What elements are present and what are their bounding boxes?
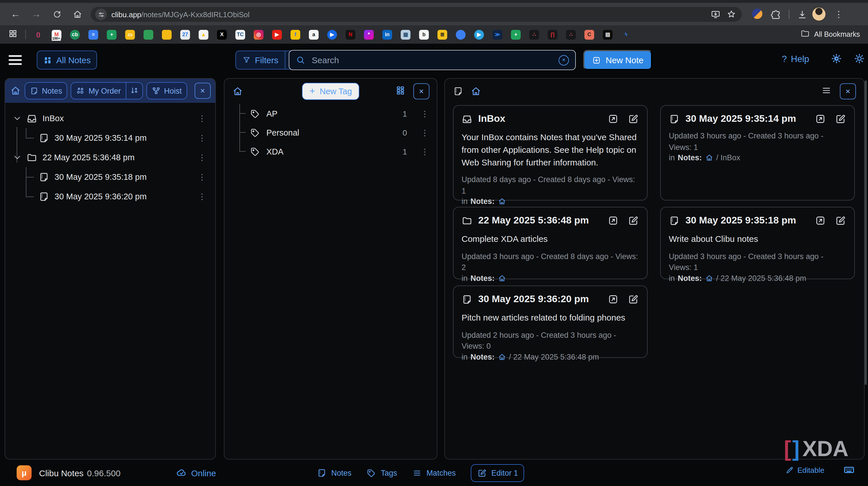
- home-icon[interactable]: [497, 353, 506, 361]
- profile-avatar[interactable]: [812, 7, 826, 21]
- kebab-menu-icon[interactable]: ⋮: [198, 133, 206, 142]
- bookmark-google-sheets-icon[interactable]: +: [107, 30, 117, 39]
- browser-menu-icon[interactable]: ⋮: [832, 8, 845, 21]
- address-bar[interactable]: clibu.app/notes/MJGyA-Kxx8dIRL1ObiSol: [91, 7, 742, 22]
- home-icon[interactable]: [497, 197, 506, 206]
- tree-item-folder[interactable]: 22 May 2025 5:36:48 pm ⋮: [5, 148, 212, 167]
- bookmark-google-keep-icon[interactable]: [162, 30, 172, 39]
- bookmark-lightning-icon[interactable]: ϟ: [621, 30, 631, 39]
- settings-gear-icon[interactable]: [853, 52, 866, 65]
- bookmark-coral-c-icon[interactable]: C: [584, 30, 594, 39]
- bookmark-sketch-app-icon[interactable]: ▨: [603, 30, 613, 39]
- tag-row-xda[interactable]: XDA 1 ⋮: [224, 142, 437, 161]
- bookmark-google-play-icon[interactable]: ▶: [327, 30, 337, 39]
- tags-grid-view-icon[interactable]: [395, 85, 406, 98]
- bookmark-google-docs-icon[interactable]: ≡: [88, 30, 98, 39]
- bookmark-google-calendar-icon[interactable]: 27: [180, 30, 190, 39]
- open-note-icon[interactable]: [608, 293, 619, 305]
- bottom-nav-matches[interactable]: Matches: [412, 468, 456, 478]
- bookmark-google-slides-icon[interactable]: ▭: [125, 30, 135, 39]
- bookmark-sheets-cross-icon[interactable]: +: [511, 30, 521, 39]
- home-icon[interactable]: [10, 85, 21, 96]
- notes-view-button[interactable]: Notes: [25, 82, 67, 99]
- tag-row-personal[interactable]: Personal 0 ⋮: [224, 123, 437, 142]
- home-icon[interactable]: [232, 86, 243, 97]
- my-order-button[interactable]: My Order: [71, 82, 143, 99]
- bookmark-google-drive-icon[interactable]: ▲: [198, 30, 208, 39]
- bookmark-instagram-icon[interactable]: ◎: [254, 30, 264, 39]
- search-input[interactable]: [311, 55, 553, 65]
- browser-home-icon[interactable]: [71, 8, 84, 21]
- bookmark-telegram-icon[interactable]: ▶: [474, 30, 484, 39]
- open-note-icon[interactable]: [815, 215, 826, 226]
- bookmark-google-messages-icon[interactable]: [456, 30, 466, 39]
- hoist-button[interactable]: Hoist: [146, 82, 187, 99]
- bookmark-flipkart-icon[interactable]: f: [290, 30, 300, 39]
- tree-item-note[interactable]: 30 May 2025 9:35:14 pm ⋮: [5, 128, 212, 148]
- close-tags-panel-icon[interactable]: ✕: [413, 83, 429, 99]
- open-note-icon[interactable]: [815, 113, 826, 125]
- online-status[interactable]: Online: [176, 467, 216, 479]
- close-tree-panel-icon[interactable]: ✕: [195, 83, 211, 99]
- theme-settings-icon[interactable]: [830, 52, 843, 65]
- list-view-icon[interactable]: [821, 85, 832, 98]
- bookmark-amazon-icon[interactable]: a: [309, 30, 319, 39]
- kebab-menu-icon[interactable]: ⋮: [198, 153, 206, 162]
- kebab-menu-icon[interactable]: ⋮: [421, 128, 429, 137]
- all-bookmarks-button[interactable]: All Bookmarks: [800, 29, 860, 40]
- edit-note-icon[interactable]: [627, 113, 639, 125]
- home-icon[interactable]: [497, 274, 506, 283]
- site-settings-icon[interactable]: [95, 9, 107, 20]
- bookmark-star-icon[interactable]: [725, 9, 737, 20]
- bookmark-techcrunch-icon[interactable]: TC: [236, 30, 245, 39]
- sort-order-icon[interactable]: [126, 83, 142, 99]
- tree-item-note[interactable]: 30 May 2025 9:35:18 pm ⋮: [5, 167, 212, 187]
- bookmark-torii-gate-icon[interactable]: ∏: [548, 30, 557, 39]
- extensions-puzzle-icon[interactable]: [769, 8, 782, 21]
- chevron-down-icon[interactable]: [12, 113, 22, 123]
- kebab-menu-icon[interactable]: ⋮: [198, 172, 206, 181]
- refresh-icon[interactable]: [51, 8, 63, 21]
- bookmark-google-chat-icon[interactable]: [144, 30, 153, 39]
- bookmark-red-dots-icon[interactable]: ∴: [529, 30, 539, 39]
- menu-hamburger-icon[interactable]: [9, 55, 22, 67]
- back-icon[interactable]: ←: [9, 8, 22, 21]
- bookmark-gmail-icon[interactable]: M100+: [52, 30, 61, 39]
- new-tag-button[interactable]: + New Tag: [302, 83, 360, 100]
- note-card[interactable]: 30 May 2025 9:35:14 pm Updated 3 hours a…: [660, 105, 855, 200]
- tag-row-ap[interactable]: AP 1 ⋮: [224, 104, 437, 123]
- window-scrollbar[interactable]: [865, 80, 867, 385]
- bottom-nav-editor[interactable]: Editor 1: [471, 464, 524, 482]
- edit-note-icon[interactable]: [835, 113, 846, 125]
- bookmark-crunchbase-icon[interactable]: cb: [70, 30, 80, 39]
- bookmark-linkedin-icon[interactable]: in: [382, 30, 392, 39]
- bookmark-chat-brackets-icon[interactable]: {}: [33, 30, 43, 39]
- kebab-menu-icon[interactable]: ⋮: [198, 192, 206, 201]
- note-card-folder[interactable]: 22 May 2025 5:36:48 pm Complete XDA arti…: [453, 207, 648, 279]
- note-card[interactable]: 30 May 2025 9:35:18 pm Write about Clibu…: [660, 207, 855, 279]
- bookmark-x-twitter-icon[interactable]: X: [217, 30, 227, 39]
- keyboard-icon[interactable]: [843, 464, 856, 476]
- apps-grid-icon[interactable]: [8, 28, 18, 40]
- bottom-nav-notes[interactable]: Notes: [317, 468, 352, 478]
- extension-icon[interactable]: [752, 9, 763, 19]
- bookmark-stack-chevrons-icon[interactable]: ≫: [493, 30, 502, 39]
- search-clear-icon[interactable]: ✕: [559, 55, 569, 65]
- kebab-menu-icon[interactable]: ⋮: [421, 109, 429, 118]
- close-cards-panel-icon[interactable]: ✕: [840, 83, 856, 99]
- edit-note-icon[interactable]: [835, 215, 846, 226]
- tree-item-note[interactable]: 30 May 2025 9:36:20 pm ⋮: [5, 187, 212, 206]
- kebab-menu-icon[interactable]: ⋮: [198, 114, 206, 123]
- note-card-inbox[interactable]: InBox Your InBox contains Notes that you…: [453, 105, 648, 200]
- bookmark-photos-frame-icon[interactable]: ▦: [401, 30, 410, 39]
- bookmark-red-dots-2-icon[interactable]: ∴: [566, 30, 576, 39]
- edit-note-icon[interactable]: [627, 215, 639, 226]
- open-note-icon[interactable]: [608, 113, 619, 125]
- tree-item-inbox[interactable]: InBox ⋮: [5, 109, 212, 128]
- forward-icon[interactable]: →: [30, 8, 42, 21]
- help-button[interactable]: ? Help: [782, 54, 809, 64]
- note-card[interactable]: 30 May 2025 9:36:20 pm Pitch new article…: [453, 286, 648, 358]
- editable-badge[interactable]: Editable: [785, 466, 825, 475]
- bookmark-b-colorwheel-icon[interactable]: b: [419, 30, 429, 39]
- bottom-nav-tags[interactable]: Tags: [367, 468, 397, 478]
